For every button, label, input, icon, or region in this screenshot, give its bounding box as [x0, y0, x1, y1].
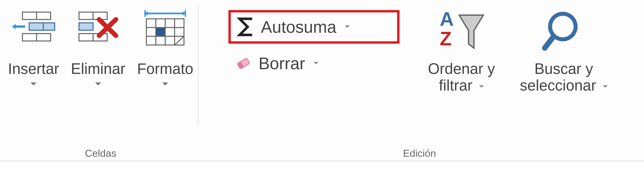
svg-rect-22 [146, 19, 156, 28]
svg-marker-8 [30, 82, 36, 85]
svg-marker-16 [95, 82, 101, 85]
clear-button[interactable]: Borrar [228, 52, 400, 75]
svg-line-45 [545, 37, 554, 48]
svg-marker-5 [12, 24, 16, 29]
edit-stack: Autosuma Borrar [228, 5, 400, 75]
delete-cells-icon [76, 7, 120, 57]
svg-marker-39 [314, 62, 318, 64]
svg-rect-32 [165, 36, 174, 45]
sort-filter-label: Ordenar y filtrar [428, 60, 495, 94]
svg-text:A: A [440, 9, 454, 30]
svg-rect-6 [22, 34, 36, 41]
svg-rect-30 [146, 36, 156, 45]
svg-rect-27 [156, 28, 165, 36]
svg-rect-28 [165, 28, 174, 36]
svg-marker-36 [345, 25, 350, 28]
group-label-celdas: Celdas [85, 147, 116, 159]
svg-marker-35 [162, 82, 168, 85]
clear-label: Borrar [258, 54, 305, 73]
group-label-edicion: Edición [403, 147, 436, 159]
insert-cells-label: Insertar [8, 60, 59, 77]
format-cells-label: Formato [137, 60, 193, 77]
eraser-icon [234, 55, 254, 72]
svg-rect-31 [156, 36, 165, 45]
find-select-label-line1: Buscar y [534, 60, 593, 77]
svg-rect-25 [174, 19, 184, 28]
insert-cells-button[interactable]: Insertar [6, 5, 61, 88]
svg-rect-3 [43, 23, 55, 30]
group-edicion-body: Autosuma Borrar [228, 5, 611, 144]
dropdown-caret-icon [30, 82, 36, 86]
svg-rect-1 [36, 12, 51, 20]
sort-filter-label-line1: Ordenar y [428, 60, 495, 77]
insert-cells-icon [12, 7, 55, 57]
dropdown-caret-icon [603, 85, 608, 88]
group-edicion: Autosuma Borrar [202, 5, 637, 159]
magnifier-icon [542, 7, 586, 57]
find-select-label: Buscar y seleccionar [520, 60, 608, 94]
svg-text:Z: Z [440, 28, 452, 50]
svg-marker-43 [479, 85, 484, 88]
svg-rect-26 [146, 28, 156, 36]
format-cells-button[interactable]: Formato [135, 5, 196, 88]
find-select-button[interactable]: Buscar y seleccionar [517, 5, 611, 95]
svg-rect-0 [22, 12, 36, 20]
delete-cells-label: Eliminar [71, 60, 125, 77]
group-celdas-body: Insertar [6, 5, 196, 144]
autosum-button[interactable]: Autosuma [228, 10, 400, 44]
autosum-label: Autosuma [261, 17, 336, 37]
svg-rect-29 [174, 28, 184, 36]
sort-filter-button[interactable]: A Z Ordenar y filtrar [420, 5, 504, 95]
svg-rect-9 [79, 12, 93, 20]
svg-rect-7 [36, 34, 51, 41]
svg-rect-2 [29, 23, 43, 30]
dropdown-caret-icon [479, 85, 484, 88]
delete-cells-button[interactable]: Eliminar [68, 5, 128, 88]
sort-filter-icon: A Z [436, 7, 487, 57]
dropdown-caret-icon [345, 25, 350, 29]
dropdown-caret-icon [95, 82, 101, 86]
dropdown-caret-icon [314, 62, 318, 65]
ribbon: Insertar [0, 0, 644, 161]
svg-rect-24 [165, 19, 174, 28]
format-cells-icon [142, 7, 189, 57]
group-separator [198, 5, 198, 126]
svg-marker-46 [603, 85, 608, 88]
svg-marker-42 [459, 15, 483, 48]
find-select-label-line2: seleccionar [520, 77, 596, 94]
svg-rect-12 [79, 34, 93, 41]
sigma-icon [236, 17, 256, 37]
group-celdas: Insertar [7, 5, 194, 159]
svg-rect-23 [156, 19, 165, 28]
svg-rect-11 [79, 23, 93, 30]
sort-filter-label-line2: filtrar [439, 77, 472, 94]
dropdown-caret-icon [162, 82, 168, 86]
